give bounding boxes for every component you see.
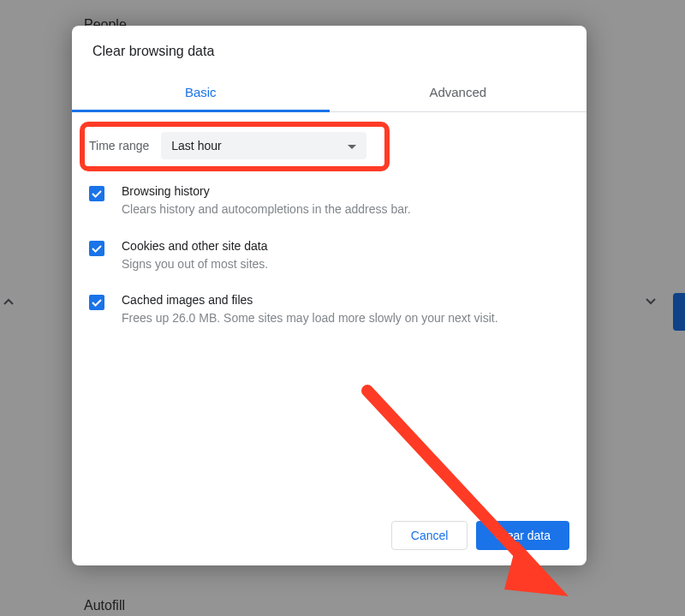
checkbox-cached[interactable] (89, 295, 104, 310)
checkbox-row-cached: Cached images and files Frees up 26.0 MB… (72, 283, 587, 338)
checkbox-text: Browsing history Clears history and auto… (122, 184, 566, 218)
checkbox-row-cookies: Cookies and other site data Signs you ou… (72, 229, 587, 284)
checkbox-title: Cookies and other site data (122, 239, 566, 253)
cancel-button[interactable]: Cancel (391, 521, 468, 550)
dialog-title: Clear browsing data (72, 26, 587, 74)
tab-advanced[interactable]: Advanced (330, 74, 587, 111)
time-range-label: Time range (89, 139, 149, 153)
checkbox-cookies[interactable] (89, 241, 104, 256)
checkbox-text: Cached images and files Frees up 26.0 MB… (122, 293, 566, 327)
checkbox-row-browsing-history: Browsing history Clears history and auto… (72, 174, 587, 229)
checkbox-description: Frees up 26.0 MB. Some sites may load mo… (122, 310, 566, 327)
clear-data-button[interactable]: Clear data (476, 521, 569, 550)
tab-bar: Basic Advanced (72, 74, 587, 112)
tab-basic[interactable]: Basic (72, 74, 330, 111)
dialog-buttons: Cancel Clear data (72, 505, 587, 565)
checkbox-description: Signs you out of most sites. (122, 256, 566, 273)
checkbox-text: Cookies and other site data Signs you ou… (122, 239, 566, 273)
time-range-row: Time range Last hour (72, 112, 587, 174)
checkbox-title: Browsing history (122, 184, 566, 198)
time-range-select[interactable]: Last hour (161, 132, 366, 159)
time-range-value: Last hour (171, 139, 348, 153)
clear-browsing-data-dialog: Clear browsing data Basic Advanced Time … (72, 26, 587, 565)
checkbox-browsing-history[interactable] (89, 186, 104, 201)
check-icon (91, 242, 103, 254)
check-icon (91, 188, 103, 200)
checkbox-title: Cached images and files (122, 293, 566, 307)
dialog-content: Time range Last hour Browsing history Cl… (72, 112, 587, 505)
dropdown-arrow-icon (348, 138, 356, 153)
checkbox-description: Clears history and autocompletions in th… (122, 201, 566, 218)
check-icon (91, 296, 103, 308)
